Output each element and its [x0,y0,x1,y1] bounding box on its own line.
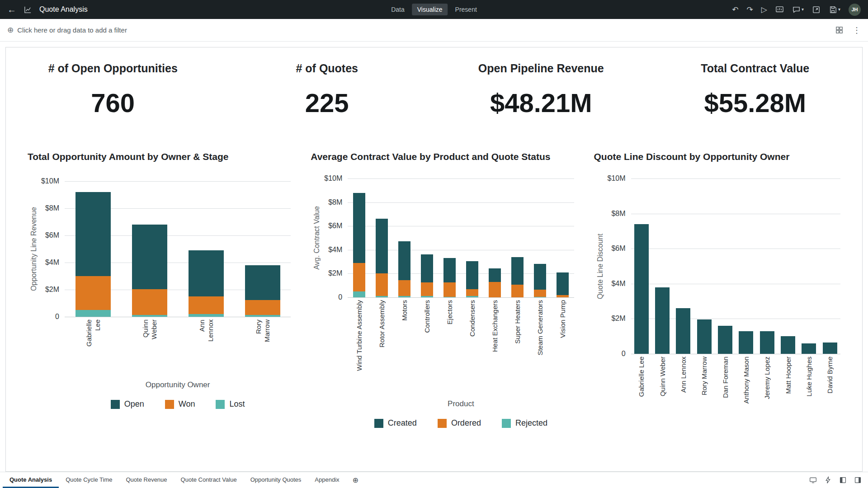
add-canvas-icon[interactable]: ⊕ [346,472,365,488]
legend-item[interactable]: Created [374,418,417,428]
bar[interactable] [802,178,816,354]
bar[interactable] [634,178,649,354]
save-icon[interactable]: ▾ [829,5,840,14]
bar[interactable] [534,178,546,297]
bar-segment[interactable] [823,343,837,354]
bar[interactable] [443,178,456,297]
bar-segment[interactable] [534,290,546,297]
bar-segment[interactable] [466,296,478,297]
bar[interactable] [132,181,167,317]
panel-right-toggle-icon[interactable] [854,476,862,484]
bar[interactable] [376,178,388,297]
bar-segment[interactable] [376,296,388,297]
bar[interactable] [489,178,501,297]
bar-segment[interactable] [466,289,478,296]
bar-segment[interactable] [245,300,280,315]
bar-segment[interactable] [489,282,501,297]
canvas-tab-quote-revenue[interactable]: Quote Revenue [119,472,174,488]
panel-left-toggle-icon[interactable] [839,476,847,484]
bar-segment[interactable] [655,287,670,354]
add-filter-prompt[interactable]: ⊕ Click here or drag data to add a filte… [7,25,127,35]
canvas-tab-opportunity-quotes[interactable]: Opportunity Quotes [244,472,308,488]
bar-segment[interactable] [676,308,690,354]
bar[interactable] [421,178,433,297]
bar-segment[interactable] [421,296,433,297]
bar-segment[interactable] [697,319,712,354]
bar[interactable] [398,178,410,297]
bar[interactable] [781,178,795,354]
bar-segment[interactable] [132,225,167,289]
canvas-tab-quote-contract-value[interactable]: Quote Contract Value [174,472,244,488]
bar-segment[interactable] [75,276,111,310]
legend-item[interactable]: Open [111,399,144,409]
tab-visualize[interactable]: Visualize [412,4,448,15]
canvas-tab-quote-analysis[interactable]: Quote Analysis [3,472,59,488]
bar-segment[interactable] [353,193,365,263]
bar-segment[interactable] [189,296,224,314]
bar-segment[interactable] [557,272,569,295]
bar-segment[interactable] [75,192,111,276]
bar-segment[interactable] [376,219,388,273]
bar-segment[interactable] [189,250,224,296]
tab-data[interactable]: Data [386,4,410,15]
bar-segment[interactable] [489,268,501,282]
bar-segment[interactable] [557,295,569,297]
bar-segment[interactable] [132,315,167,317]
bar-segment[interactable] [421,254,433,282]
avatar[interactable]: JH [849,4,861,16]
bar-segment[interactable] [245,315,280,317]
legend-item[interactable]: Lost [216,399,245,409]
bar[interactable] [718,178,732,354]
kebab-menu-icon[interactable]: ⋮ [853,25,861,35]
legend-item[interactable]: Rejected [502,418,547,428]
bar[interactable] [75,181,111,317]
bar-segment[interactable] [802,343,816,354]
comments-icon[interactable]: ▾ [792,5,804,14]
bar[interactable] [557,178,569,297]
legend-item[interactable]: Ordered [438,418,481,428]
bar-segment[interactable] [398,241,410,280]
bar-segment[interactable] [466,261,478,289]
bar-segment[interactable] [398,296,410,297]
bar-segment[interactable] [534,264,546,290]
present-screen-icon[interactable] [775,5,784,14]
preview-play-icon[interactable]: ▷ [761,6,767,14]
bar[interactable] [823,178,837,354]
bar[interactable] [760,178,774,354]
canvas-tab-appendix[interactable]: Appendix [308,472,346,488]
bar-segment[interactable] [443,297,456,297]
bar-segment[interactable] [781,336,795,354]
bar-segment[interactable] [443,282,456,297]
bar-segment[interactable] [443,258,456,282]
bar-segment[interactable] [376,273,388,296]
bar-segment[interactable] [511,257,524,285]
bar-segment[interactable] [353,291,365,297]
bar-segment[interactable] [739,331,753,354]
display-settings-icon[interactable] [809,476,817,484]
bar[interactable] [739,178,753,354]
auto-insights-icon[interactable] [824,476,832,484]
expand-icon[interactable] [812,5,821,14]
bar-segment[interactable] [398,280,410,296]
undo-icon[interactable]: ↶ [732,6,738,14]
bar-segment[interactable] [718,326,732,354]
bar[interactable] [655,178,670,354]
bar-segment[interactable] [189,314,224,317]
bar[interactable] [189,181,224,317]
canvas-tab-quote-cycle-time[interactable]: Quote Cycle Time [59,472,119,488]
redo-icon[interactable]: ↷ [747,6,753,14]
bar-segment[interactable] [75,310,111,317]
bar-segment[interactable] [760,331,774,354]
kpi-quotes[interactable]: # of Quotes 225 [220,62,434,118]
bar[interactable] [245,181,280,317]
bar[interactable] [697,178,712,354]
legend-item[interactable]: Won [165,399,195,409]
kpi-total-contract-value[interactable]: Total Contract Value $55.28M [648,62,863,118]
bar-segment[interactable] [353,263,365,291]
bar-segment[interactable] [634,224,649,354]
bar[interactable] [466,178,478,297]
kpi-open-opportunities[interactable]: # of Open Opportunities 760 [6,62,220,118]
kpi-open-pipeline-revenue[interactable]: Open Pipeline Revenue $48.21M [434,62,648,118]
pinboard-icon[interactable] [835,26,844,34]
bar[interactable] [353,178,365,297]
